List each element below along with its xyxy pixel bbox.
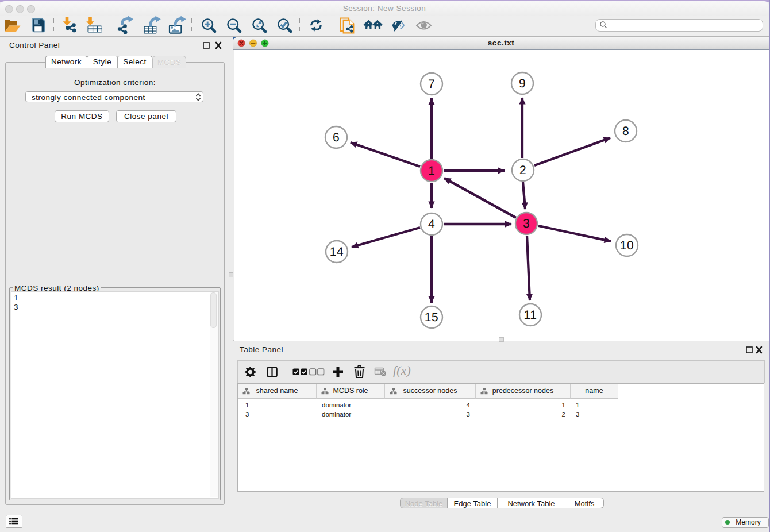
svg-text:4: 4 — [428, 218, 435, 231]
svg-text:10: 10 — [620, 239, 634, 252]
svg-text:6: 6 — [333, 131, 340, 144]
svg-text:15: 15 — [425, 311, 438, 324]
svg-text:8: 8 — [622, 125, 629, 138]
svg-text:1: 1 — [428, 164, 435, 178]
svg-text:9: 9 — [519, 77, 526, 90]
svg-text:3: 3 — [523, 217, 530, 230]
svg-text:11: 11 — [524, 309, 537, 322]
svg-text:2: 2 — [519, 164, 526, 177]
svg-text:14: 14 — [330, 245, 344, 259]
svg-text:7: 7 — [428, 78, 435, 91]
